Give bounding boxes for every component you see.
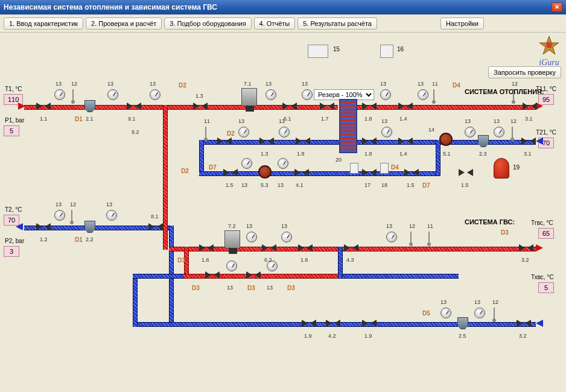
c-3-2b: 3.2 bbox=[519, 333, 527, 339]
c-1-2: 1.2 bbox=[40, 236, 48, 242]
c-13-k: 13 bbox=[465, 118, 471, 124]
valve-1-9b bbox=[362, 317, 377, 329]
c-13-f: 13 bbox=[380, 81, 386, 87]
sensor-outdoor bbox=[380, 45, 393, 58]
valve-3-2b bbox=[517, 317, 531, 329]
g-d3d: D3 bbox=[287, 285, 295, 291]
gauge-13-g bbox=[418, 89, 428, 100]
c-12-e: 12 bbox=[409, 223, 415, 229]
tab-reports[interactable]: 4. Отчёты bbox=[254, 17, 296, 30]
request-check-button[interactable]: Запросить проверку bbox=[488, 66, 561, 78]
c-13-v: 13 bbox=[440, 299, 447, 305]
lbl-15: 15 bbox=[333, 46, 340, 52]
t2-label: T2, °C bbox=[5, 206, 22, 213]
p2-label: P2, bar bbox=[5, 238, 24, 244]
gauge-13-a bbox=[54, 89, 65, 100]
gauge-13-l bbox=[494, 127, 504, 138]
c-2-5: 2.5 bbox=[459, 333, 466, 339]
c-1-4: 1.4 bbox=[399, 116, 407, 122]
c-1-6b: 1.6 bbox=[300, 257, 308, 263]
pipe-v-blue-3 bbox=[436, 140, 440, 175]
therm-12-b bbox=[513, 89, 514, 103]
gauge-13-j bbox=[381, 127, 392, 138]
gauge-13-f bbox=[380, 89, 391, 100]
c-13-e: 13 bbox=[302, 81, 308, 87]
g-d7a: D7 bbox=[209, 164, 217, 171]
g-d4b: D4 bbox=[391, 164, 399, 171]
tcws-value[interactable]: 5 bbox=[538, 282, 554, 293]
svg-point-1 bbox=[546, 42, 552, 48]
g-d3a: D3 bbox=[177, 257, 185, 264]
tab-input-characteristics[interactable]: 1. Ввод характеристик bbox=[4, 17, 83, 30]
valve-1-8a bbox=[362, 100, 377, 112]
c-3-1b: 3.1 bbox=[524, 151, 532, 157]
c-1-5b: 1.5 bbox=[407, 182, 415, 188]
pipe-v-blue-2 bbox=[199, 140, 204, 174]
thws-value[interactable]: 65 bbox=[538, 228, 554, 239]
tab-results[interactable]: 5. Результаты расчёта bbox=[297, 17, 377, 30]
therm-11-b bbox=[205, 127, 206, 140]
tab-equipment[interactable]: 3. Подбор оборудования bbox=[164, 17, 251, 30]
p1-value[interactable]: 5 bbox=[4, 125, 19, 136]
valve-1-5b bbox=[404, 166, 419, 179]
valve-3-2a bbox=[519, 242, 533, 254]
lbl-14: 14 bbox=[428, 127, 434, 133]
c-1-3b: 1.3 bbox=[261, 151, 269, 157]
gauge-13-o bbox=[54, 210, 65, 221]
arrow-in-t21 bbox=[536, 138, 543, 145]
gauge-13-i bbox=[279, 127, 290, 138]
valve-d3-a bbox=[205, 269, 220, 281]
valve-6-2 bbox=[262, 242, 276, 254]
gauge-13-p bbox=[106, 210, 117, 221]
pipe-v-red-main bbox=[163, 105, 168, 250]
c-1-3: 1.3 bbox=[196, 93, 203, 99]
c-13-d: 13 bbox=[266, 81, 272, 87]
g-d2a: D2 bbox=[179, 82, 186, 89]
gauge-13-w bbox=[474, 308, 485, 318]
tab-check-calc[interactable]: 2. Проверка и расчёт bbox=[86, 17, 162, 30]
titlebar: Независимая система отопления и зависима… bbox=[0, 0, 566, 14]
settings-button[interactable]: Настройки bbox=[440, 17, 484, 30]
c-17: 17 bbox=[364, 182, 370, 188]
gauge-13-e bbox=[302, 89, 313, 100]
c-13-u: 13 bbox=[267, 285, 273, 291]
g-d7b: D7 bbox=[422, 182, 430, 189]
c-1-5a: 1.5 bbox=[226, 182, 234, 188]
g-d3e: D3 bbox=[501, 229, 509, 236]
device-18 bbox=[380, 163, 389, 174]
g-d4a: D4 bbox=[453, 82, 460, 89]
gauge-13-k bbox=[465, 127, 475, 138]
c-8-1: 8.1 bbox=[151, 213, 159, 220]
gauge-13-v bbox=[440, 308, 451, 318]
therm-12-a bbox=[72, 89, 74, 103]
expansion-tank bbox=[494, 158, 509, 179]
valve-6-1 bbox=[282, 100, 297, 112]
valve-1-4 bbox=[398, 100, 413, 112]
c-12-a: 12 bbox=[71, 81, 77, 87]
valve-9-1 bbox=[127, 100, 141, 112]
c-3-2a: 3.2 bbox=[521, 257, 529, 263]
filter-2-5 bbox=[457, 317, 468, 329]
filter-2-1 bbox=[84, 100, 95, 112]
valve-4-3 bbox=[344, 242, 358, 254]
pipe-d3-blue bbox=[133, 274, 184, 279]
c-1-6a: 1.6 bbox=[202, 257, 209, 263]
tcws-label: Тхвс, °C bbox=[531, 274, 554, 280]
c-11-a: 11 bbox=[432, 81, 438, 87]
c-4-3: 4.3 bbox=[346, 257, 354, 263]
c-11-c: 11 bbox=[427, 223, 433, 229]
c-13-l: 13 bbox=[494, 118, 500, 124]
valve-1-2 bbox=[36, 221, 51, 233]
g-d3b: D3 bbox=[192, 285, 200, 291]
pipe-circ-blue bbox=[338, 274, 459, 279]
pipe-v-blue-4 bbox=[133, 274, 138, 327]
valve-1-6b bbox=[298, 242, 313, 254]
valve-4-1 bbox=[294, 166, 309, 179]
valve-1-7 bbox=[320, 100, 334, 112]
c-1-8a: 1.8 bbox=[364, 116, 372, 122]
c-13-h: 13 bbox=[238, 118, 244, 124]
p2-value[interactable]: 3 bbox=[4, 246, 19, 257]
gauge-13-m bbox=[241, 158, 252, 169]
c-2-3: 2.3 bbox=[479, 151, 487, 157]
close-icon[interactable]: ✕ bbox=[552, 2, 562, 12]
